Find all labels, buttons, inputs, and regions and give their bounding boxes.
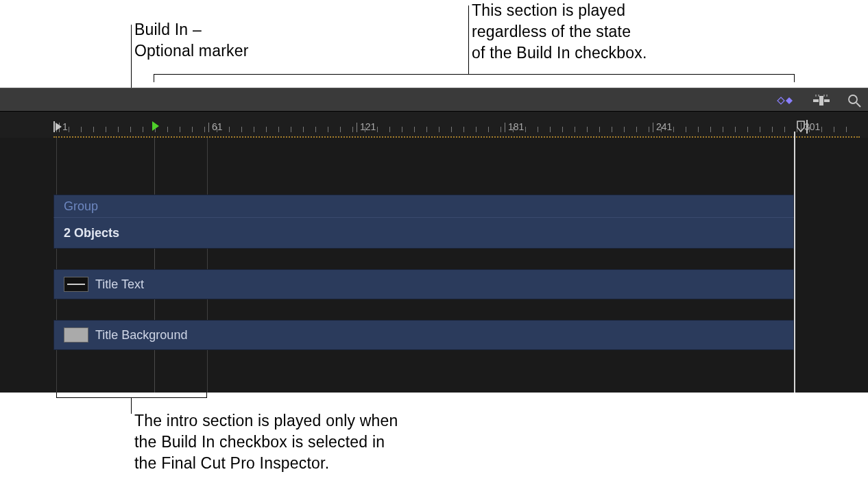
project-end-marker[interactable]: [795, 120, 809, 136]
track-group-summary[interactable]: 2 Objects: [53, 217, 794, 249]
ruler-tick: [710, 127, 711, 132]
ruler-tick: [130, 127, 131, 132]
ruler-tick: [599, 127, 600, 132]
callout-bracket-bottom: [56, 397, 207, 398]
svg-marker-0: [777, 97, 784, 104]
playhead[interactable]: [794, 132, 795, 393]
timeline-ruler[interactable]: 161121181241301: [0, 112, 868, 138]
ruler-tick: [488, 127, 489, 132]
ruler-tick: [328, 127, 328, 132]
build-in-optional-marker[interactable]: [152, 121, 159, 131]
ruler-tick: [167, 127, 168, 132]
ruler-tick: [772, 127, 773, 132]
ruler-tick-label: 1: [62, 121, 68, 132]
ruler-tick: [636, 127, 637, 132]
ruler-tick: [612, 127, 612, 132]
ruler-tick: [476, 127, 477, 132]
ruler-tick: [562, 127, 563, 132]
track-label-group: Group: [64, 199, 98, 214]
ruler-tick: [254, 127, 254, 132]
callout-line: This section is played: [472, 0, 647, 21]
ruler-tick: [747, 127, 748, 132]
callout-leader: [131, 397, 132, 414]
ruler-tick: [463, 127, 464, 132]
ruler-tick: [698, 127, 699, 132]
ruler-tick: [229, 127, 230, 132]
callout-line: the Final Cut Pro Inspector.: [134, 453, 398, 474]
ruler-tick: [550, 127, 551, 132]
ruler-tick-label: 61: [212, 121, 223, 132]
callout-line: of the Build In checkbox.: [472, 42, 647, 64]
callout-bracket-right: [794, 74, 795, 82]
callout-intro-section: The intro section is played only when th…: [134, 410, 398, 474]
callout-bracket-left: [154, 74, 154, 82]
zoom-icon[interactable]: [847, 94, 861, 108]
ruler-tick: [575, 127, 575, 132]
keyframe-icon[interactable]: [776, 96, 795, 105]
ruler-tick-label: 181: [508, 121, 524, 132]
timeline-tracks: Group 2 Objects Title Text Title Backgro…: [53, 195, 794, 350]
ruler-tick: [278, 127, 279, 132]
callout-line: Optional marker: [134, 40, 249, 62]
toolbar-icon-group: [776, 88, 861, 112]
track-thumbnail: [64, 277, 88, 292]
callout-line: the Build In checkbox is selected in: [134, 432, 398, 453]
track-label: Title Background: [64, 327, 187, 343]
ruler-baseline: [53, 136, 860, 138]
ruler-tick: [315, 127, 316, 132]
ruler-tick: [501, 127, 501, 132]
callout-line: The intro section is played only when: [134, 410, 398, 432]
ruler-tick: [291, 127, 291, 132]
ruler-tick: [118, 127, 119, 132]
ruler-tick: [303, 127, 304, 132]
ruler-major-tick: [357, 123, 357, 132]
ruler-major-tick: [653, 123, 653, 132]
timeline-panel: 161121181241301 Group 2 Objects Titl: [0, 88, 868, 393]
ruler-tick: [402, 127, 402, 132]
track-name: Title Text: [95, 277, 144, 292]
callout-build-in-marker: Build In – Optional marker: [134, 19, 249, 62]
svg-rect-4: [824, 99, 830, 102]
ruler-tick: [587, 127, 588, 132]
ruler-tick: [451, 127, 452, 132]
ruler-tick: [81, 127, 82, 132]
ruler-tick: [180, 127, 180, 132]
ruler-tick: [266, 127, 267, 132]
ruler-tick: [735, 127, 736, 132]
ruler-tick: [538, 127, 538, 132]
ruler-tick-label: 241: [656, 121, 672, 132]
svg-point-9: [849, 95, 857, 103]
ruler-tick: [377, 127, 378, 132]
ruler-tick: [414, 127, 415, 132]
ruler-tick: [760, 127, 760, 132]
ruler-tick: [784, 127, 785, 132]
ruler-tick: [624, 127, 625, 132]
callout-line: regardless of the state: [472, 21, 647, 42]
ruler-major-tick: [208, 123, 209, 132]
track-title-background[interactable]: Title Background: [53, 320, 794, 350]
ruler-tick: [69, 127, 69, 132]
track-title-text[interactable]: Title Text: [53, 269, 794, 299]
ruler-tick: [846, 127, 847, 132]
track-label-count: 2 Objects: [64, 226, 119, 240]
callout-bracket-top: [154, 74, 795, 75]
track-group[interactable]: Group: [53, 195, 794, 217]
callout-leader: [468, 5, 469, 74]
track-label: Title Text: [64, 277, 144, 292]
ruler-tick: [106, 127, 106, 132]
snap-icon[interactable]: [813, 95, 830, 107]
svg-line-10: [856, 103, 860, 107]
ruler-tick: [389, 127, 390, 132]
ruler-tick: [241, 127, 242, 132]
callout-always-played: This section is played regardless of the…: [472, 0, 647, 64]
ruler-tick: [204, 127, 205, 132]
ruler-tick: [93, 127, 94, 132]
svg-marker-1: [786, 97, 793, 104]
ruler-tick: [426, 127, 427, 132]
ruler-tick: [834, 127, 834, 132]
ruler-major-tick: [505, 123, 505, 132]
track-name: Title Background: [95, 328, 187, 343]
project-start-marker[interactable]: [53, 121, 62, 132]
ruler-tick: [821, 127, 822, 132]
ruler-tick: [340, 127, 341, 132]
